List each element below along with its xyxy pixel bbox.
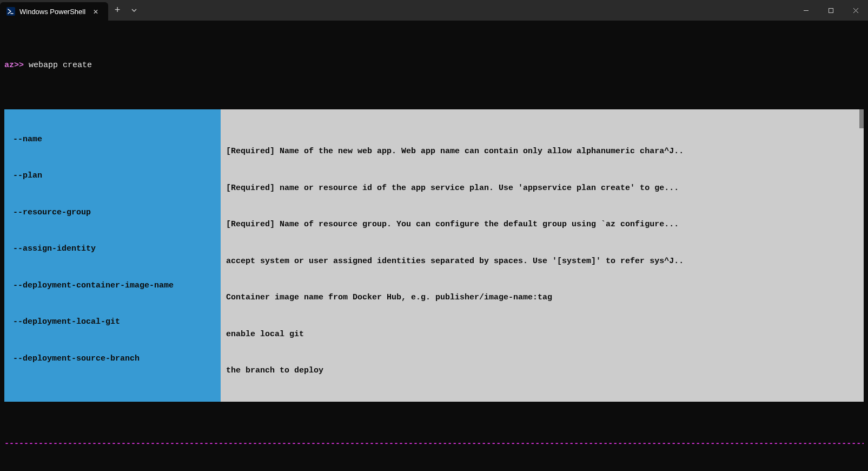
suggestion-flag[interactable]: --deployment-source-branch <box>13 353 213 365</box>
prompt-line: az>> webapp create <box>4 60 864 72</box>
suggestion-flag[interactable]: --deployment-container-image-name <box>13 280 213 292</box>
prompt-command: webapp create <box>29 60 92 72</box>
autocomplete-descriptions: [Required] Name of the new web app. Web … <box>221 109 864 402</box>
close-tab-button[interactable]: ✕ <box>90 5 102 17</box>
suggestion-flag[interactable]: --resource-group <box>13 207 213 219</box>
suggestion-flag[interactable]: --plan <box>13 170 213 182</box>
maximize-button[interactable] <box>818 0 843 21</box>
new-tab-button[interactable]: + <box>108 1 127 19</box>
close-window-button[interactable] <box>843 0 868 21</box>
minimize-button[interactable] <box>793 0 818 21</box>
suggestion-flag[interactable]: --deployment-local-git <box>13 316 213 329</box>
suggestion-flag[interactable]: --name <box>13 134 213 146</box>
tab-powershell[interactable]: Windows PowerShell ✕ <box>0 2 108 21</box>
suggestion-desc: [Required] name or resource id of the ap… <box>226 182 858 195</box>
suggestion-desc: accept system or user assigned identitie… <box>226 256 858 268</box>
tab-strip: Windows PowerShell ✕ + <box>0 0 142 21</box>
svg-rect-3 <box>829 8 833 12</box>
suggestion-desc: Container image name from Docker Hub, e.… <box>226 292 858 304</box>
suggestion-flag[interactable]: --assign-identity <box>13 243 213 256</box>
autocomplete-flags[interactable]: --name --plan --resource-group --assign-… <box>4 109 221 402</box>
scrollbar-thumb[interactable] <box>859 109 864 128</box>
tab-title: Windows PowerShell <box>19 8 85 16</box>
suggestion-desc: the branch to deploy <box>226 365 858 377</box>
window-controls <box>793 0 868 21</box>
window-titlebar: Windows PowerShell ✕ + <box>0 0 868 21</box>
suggestion-desc: enable local git <box>226 329 858 341</box>
suggestion-desc: [Required] Name of resource group. You c… <box>226 219 858 231</box>
powershell-icon <box>6 7 15 16</box>
prompt-prefix: az>> <box>4 60 29 72</box>
divider: ----------------------------------------… <box>4 438 864 450</box>
tab-dropdown-button[interactable] <box>127 1 142 19</box>
suggestion-desc: [Required] Name of the new web app. Web … <box>226 146 858 158</box>
terminal-area[interactable]: az>> webapp create --name --plan --resou… <box>0 21 868 471</box>
autocomplete-box: --name --plan --resource-group --assign-… <box>4 109 864 402</box>
